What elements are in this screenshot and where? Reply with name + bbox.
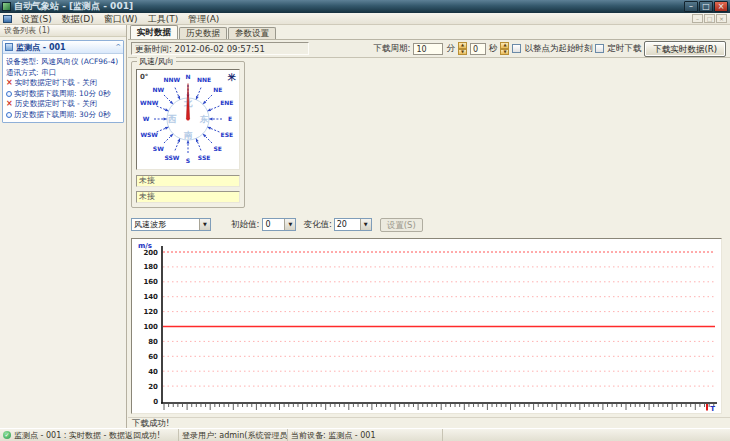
device-list-header: 设备列表 (1) [0,25,126,37]
svg-text:米: 米 [227,73,236,82]
seconds-stepper[interactable]: ▲ ▼ [500,42,509,55]
tab-2[interactable]: 参数设置 [228,27,276,39]
tab-1[interactable]: 历史数据 [179,27,227,39]
menu-item-2[interactable]: 窗口(W) [99,14,143,24]
device-info-text: 历史数据下载周期: 30分 0秒 [14,110,111,120]
logged-user-segment: 登录用户: admin(系统管理员) [179,429,288,441]
svg-text:N: N [185,73,190,80]
minimize-icon[interactable]: – [684,1,698,12]
wind-speed-chart: 020406080100120140160180200Tm/s [131,238,722,414]
wind-speed-field: 未接 [136,175,240,187]
device-panel-header[interactable]: 监测点 - 001 ^ [3,41,123,54]
svg-text:S: S [186,157,190,164]
menu-item-4[interactable]: 管理(A) [183,14,224,24]
child-window-icon[interactable] [3,15,12,23]
svg-text:180: 180 [143,263,158,271]
device-info-line: ×实时数据定时下载 - 关闭 [6,78,121,89]
device-info-line: 通讯方式: 串口 [6,68,121,79]
svg-text:东: 东 [199,114,209,124]
mdi-minimize-icon[interactable]: – [692,14,703,23]
svg-text:160: 160 [143,278,158,286]
svg-text:20: 20 [148,383,158,391]
initial-value-label: 初始值: [231,219,259,231]
collapse-icon[interactable]: ^ [115,43,121,51]
wind-direction-field: 未接 [136,191,240,203]
change-value-label: 变化值: [303,219,331,231]
align-hour-label: 以整点为起始时刻 [524,43,592,55]
chart-controls: 风速波形 ▼ 初始值: 0 ▼ 变化值: 20 ▼ 设置(S) [131,217,423,232]
clock-icon [6,112,12,118]
main-panel: 实时数据历史数据参数设置 更新时间: 2012-06-02 09:57:51 下… [128,25,730,428]
svg-text:T: T [710,405,715,413]
device-info-line: 历史数据下载周期: 30分 0秒 [6,110,121,121]
disabled-x-icon: × [6,79,13,87]
spin-down-icon[interactable]: ▼ [458,49,467,56]
svg-text:ESE: ESE [221,131,234,138]
initial-selected-value: 0 [263,220,284,229]
change-selected-value: 20 [335,220,360,229]
spin-down-icon[interactable]: ▼ [500,49,509,56]
waveform-selected-value: 风速波形 [132,219,199,230]
mdi-window-controls: – □ × [692,14,730,23]
svg-text:0°: 0° [140,73,148,81]
update-time-box: 更新时间: 2012-06-02 09:57:51 [131,42,309,55]
minutes-unit-label: 分 [446,43,455,55]
menu-item-0[interactable]: 设置(S) [16,14,57,24]
wind-compass: 北东南西NNNENEENEEESESESSESSSWSWWSWWWNWNWNNW… [136,69,240,170]
minutes-input[interactable]: 10 [413,43,443,55]
svg-text:40: 40 [148,368,158,376]
svg-text:140: 140 [143,293,158,301]
status-bar: ✓ 监测点 - 001 : 实时数据 - 数据返回成功! 登录用户: admin… [0,428,730,441]
svg-text:WNW: WNW [140,99,159,106]
device-panel-title: 监测点 - 001 [16,42,66,53]
change-value-select[interactable]: 20 ▼ [334,218,372,231]
window-title: 自动气象站 - [监测点 - 001] [14,0,684,13]
initial-value-select[interactable]: 0 ▼ [262,218,296,231]
svg-text:南: 南 [184,130,193,140]
wind-group-box: 风速/风向 北东南西NNNENEENEEESESESSESSSWSWWSWWWN… [131,61,245,208]
menu-items: 设置(S)数据(D)窗口(W)工具(T)管理(A) [16,13,224,25]
seconds-unit-label: 秒 [489,43,498,55]
chart-svg: 020406080100120140160180200Tm/s [132,239,721,413]
timed-download-checkbox[interactable] [595,44,604,53]
close-icon[interactable]: × [714,1,728,12]
menu-item-1[interactable]: 数据(D) [57,14,99,24]
menu-bar: 设置(S)数据(D)窗口(W)工具(T)管理(A) – □ × [0,13,730,25]
device-panel: 监测点 - 001 ^ 设备类型: 风速风向仪 (ACF96-4)通讯方式: 串… [2,40,124,123]
device-icon [5,43,13,51]
download-realtime-button[interactable]: 下载实时数据(R) [644,41,726,57]
download-controls: 下载周期: 10 分 ▲ ▼ 0 秒 ▲ ▼ 以整点为起始时刻 定时下载 下载实… [374,41,730,57]
minutes-stepper[interactable]: ▲ ▼ [458,42,467,55]
seconds-input[interactable]: 0 [470,43,486,55]
period-label: 下载周期: [374,43,411,55]
disabled-x-icon: × [6,100,13,108]
set-button[interactable]: 设置(S) [380,218,423,232]
success-check-icon: ✓ [3,431,11,439]
tab-strip: 实时数据历史数据参数设置 [128,25,730,39]
svg-text:NNW: NNW [164,76,181,83]
waveform-select[interactable]: 风速波形 ▼ [131,218,211,231]
tab-0[interactable]: 实时数据 [130,25,178,39]
svg-text:E: E [228,115,232,122]
svg-text:ENE: ENE [220,99,233,106]
sidebar: 设备列表 (1) 监测点 - 001 ^ 设备类型: 风速风向仪 (ACF96-… [0,25,127,428]
chevron-down-icon[interactable]: ▼ [199,219,210,230]
mdi-restore-icon[interactable]: □ [704,14,715,23]
device-info-list: 设备类型: 风速风向仪 (ACF96-4)通讯方式: 串口×实时数据定时下载 -… [3,54,123,120]
svg-text:NNE: NNE [197,76,211,83]
svg-text:SW: SW [153,145,164,152]
current-device-segment: 当前设备: 监测点 - 001 [288,429,443,441]
compass-svg: 北东南西NNNENEENEEESESESSESSSWSWWSWWWNWNWNNW… [137,70,239,169]
menu-item-3[interactable]: 工具(T) [143,14,184,24]
chevron-down-icon[interactable]: ▼ [284,219,295,230]
application-window: 自动气象站 - [监测点 - 001] – □ × 设置(S)数据(D)窗口(W… [0,0,730,441]
window-controls: – □ × [684,1,728,12]
align-hour-checkbox[interactable] [512,44,521,53]
device-info-line: ×历史数据定时下载 - 关闭 [6,99,121,110]
chevron-down-icon[interactable]: ▼ [360,219,371,230]
mdi-close-icon[interactable]: × [716,14,727,23]
svg-text:100: 100 [143,323,158,331]
device-info-text: 实时数据下载周期: 10分 0秒 [14,89,111,99]
svg-text:SSE: SSE [198,154,210,161]
maximize-icon[interactable]: □ [699,1,713,12]
